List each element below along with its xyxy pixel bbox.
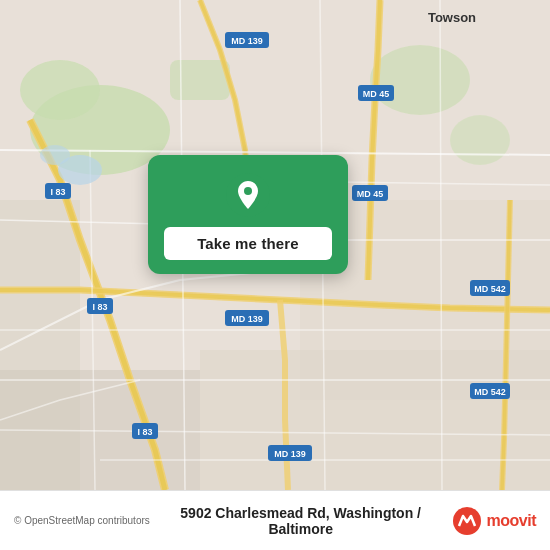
moovit-icon: [452, 506, 482, 536]
svg-text:I 83: I 83: [50, 187, 65, 197]
svg-text:MD 139: MD 139: [231, 36, 263, 46]
location-pin-icon: [226, 173, 270, 217]
map-container: I 83 I 83 I 83 MD 139 MD 139 MD 139 MD 4…: [0, 0, 550, 490]
moovit-text: moovit: [487, 512, 536, 530]
svg-text:MD 542: MD 542: [474, 284, 506, 294]
svg-text:I 83: I 83: [137, 427, 152, 437]
svg-point-2: [20, 60, 100, 120]
svg-text:Towson: Towson: [428, 10, 476, 25]
popup-card: Take me there: [148, 155, 348, 274]
svg-point-44: [40, 145, 70, 165]
svg-text:MD 542: MD 542: [474, 387, 506, 397]
svg-text:MD 45: MD 45: [357, 189, 384, 199]
moovit-logo: moovit: [452, 506, 536, 536]
address-label: 5902 Charlesmead Rd, Washington / Baltim…: [150, 505, 452, 537]
svg-text:MD 45: MD 45: [363, 89, 390, 99]
svg-text:MD 139: MD 139: [231, 314, 263, 324]
map-attribution: © OpenStreetMap contributors: [14, 515, 150, 526]
bottom-bar: © OpenStreetMap contributors 5902 Charle…: [0, 490, 550, 550]
svg-rect-3: [170, 60, 230, 100]
svg-point-46: [244, 187, 252, 195]
svg-text:MD 139: MD 139: [274, 449, 306, 459]
take-me-there-button[interactable]: Take me there: [164, 227, 332, 260]
svg-point-4: [370, 45, 470, 115]
svg-text:I 83: I 83: [92, 302, 107, 312]
svg-point-5: [450, 115, 510, 165]
